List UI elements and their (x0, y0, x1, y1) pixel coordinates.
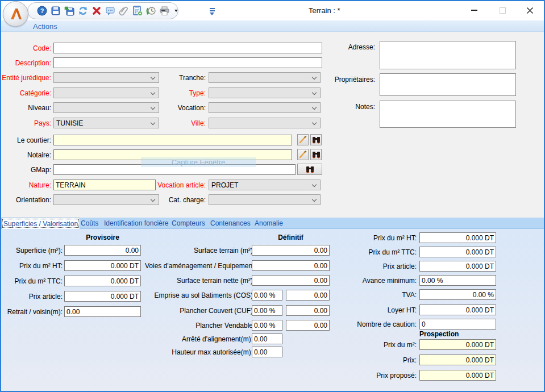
ville-combo[interactable] (209, 118, 321, 128)
gmap-input[interactable] (53, 164, 296, 175)
entite-combo[interactable] (53, 72, 159, 83)
notaire-label: Notaire: (1, 151, 51, 159)
prix-m2-ttc-input[interactable] (419, 247, 496, 257)
nombre-caution-input[interactable] (419, 319, 496, 330)
chevron-down-icon (312, 197, 317, 202)
vocation-label: Vocation: (149, 104, 206, 112)
prix-m2-ht-prov-input[interactable] (64, 260, 141, 271)
prosp-prix-m2-input[interactable] (419, 339, 496, 350)
tab-identification-fonciere[interactable]: Identification foncière (104, 218, 168, 229)
print-icon[interactable] (159, 5, 170, 17)
close-button[interactable] (521, 3, 539, 17)
comment-icon[interactable] (105, 5, 115, 17)
notaire-search-button[interactable] (310, 149, 322, 160)
tranche-combo[interactable] (209, 72, 321, 83)
prix-m2-ht-input[interactable] (419, 232, 496, 243)
notaire-input[interactable] (53, 149, 292, 160)
plancher-couvert-value-input[interactable] (286, 305, 330, 316)
tab-superficies-valorisation[interactable]: Superficies / Valorisation (1, 218, 80, 229)
refresh-icon[interactable] (78, 5, 89, 17)
niveau-combo[interactable] (53, 102, 159, 113)
cat-charge-combo[interactable] (209, 194, 321, 205)
avance-minimum-input[interactable] (419, 275, 496, 286)
retrait-voisin-input[interactable] (64, 306, 141, 317)
avance-minimum-label: Avance minimum: (341, 277, 417, 285)
surface-nette-input[interactable] (252, 275, 330, 286)
plancher-couvert-pct-input[interactable] (252, 305, 282, 316)
plancher-vendable-pct-input[interactable] (252, 320, 282, 331)
entite-label: Entité jurédique: (1, 74, 51, 82)
chevron-down-icon (312, 120, 317, 125)
calculator-add-icon[interactable] (132, 5, 143, 17)
notes-textarea[interactable] (380, 101, 516, 128)
toolbar-overflow-icon[interactable] (209, 8, 215, 17)
description-input[interactable] (53, 57, 322, 68)
minimize-button[interactable] (465, 3, 483, 17)
courtier-search-button[interactable] (310, 134, 322, 145)
prix-m2-ttc-prov-label: Prix du m² TTC: (1, 277, 63, 285)
print-menu-icon[interactable] (173, 5, 178, 17)
nature-input[interactable] (53, 180, 156, 190)
vocation-article-combo[interactable]: PROJET (209, 180, 321, 190)
tab-couts[interactable]: Coûts (81, 218, 98, 229)
adresse-textarea[interactable] (380, 41, 516, 69)
surface-terrain-input[interactable] (252, 245, 330, 256)
tva-input[interactable] (419, 289, 496, 300)
emprise-cos-pct-input[interactable] (252, 290, 282, 301)
loyer-ht-input[interactable] (419, 305, 496, 315)
chevron-down-icon (312, 90, 317, 95)
save-as-icon[interactable] (64, 5, 75, 17)
orientation-combo[interactable] (53, 194, 159, 205)
adresse-label: Adresse: (335, 43, 375, 51)
pencil-icon (299, 136, 307, 144)
hauteur-max-input[interactable] (252, 347, 282, 357)
terrain-window: ? (0, 0, 545, 392)
save-icon[interactable] (51, 5, 61, 17)
gmap-search-button[interactable] (297, 164, 322, 175)
pays-combo[interactable]: TUNISIE (53, 118, 159, 128)
vocation-combo[interactable] (209, 102, 321, 113)
app-logo-button[interactable] (3, 1, 28, 27)
menu-actions[interactable]: Actions (33, 22, 57, 31)
chevron-down-icon (312, 105, 317, 110)
prix-article-label: Prix article: (341, 262, 417, 270)
history-icon[interactable] (145, 5, 156, 17)
type-combo[interactable] (209, 87, 321, 98)
proprietaires-textarea[interactable] (380, 73, 516, 96)
emprise-cos-value-input[interactable] (286, 290, 330, 301)
code-input[interactable] (53, 43, 322, 53)
tab-contenances[interactable]: Contenances (210, 218, 251, 229)
voies-amenagement-label: Voies d'aménagement / Equipements (145, 262, 253, 270)
ville-label: Ville: (149, 119, 206, 127)
tab-compteurs[interactable]: Compteurs (172, 218, 205, 229)
attachment-icon[interactable] (118, 5, 129, 17)
prix-m2-ttc-prov-input[interactable] (64, 276, 141, 286)
chevron-down-icon (312, 75, 317, 80)
nature-label: Nature: (1, 181, 51, 189)
notaire-edit-button[interactable] (297, 149, 309, 160)
title-bar: ? (1, 1, 544, 20)
notes-label: Notes: (335, 103, 375, 111)
prix-article-input[interactable] (419, 261, 496, 272)
prix-propose-input[interactable] (419, 370, 496, 381)
help-icon[interactable]: ? (37, 5, 48, 17)
delete-icon[interactable] (91, 5, 102, 17)
prosp-prix-label: Prix: (341, 356, 417, 364)
retrait-voisin-label: Retrait / voisin(m): (1, 308, 63, 316)
voies-amenagement-input[interactable] (252, 260, 330, 271)
app-logo-icon (7, 6, 24, 23)
categorie-combo[interactable] (53, 87, 159, 98)
courtier-edit-button[interactable] (297, 134, 309, 145)
superficie-input[interactable] (64, 245, 141, 256)
plancher-vendable-value-input[interactable] (286, 320, 330, 331)
courtier-input[interactable] (53, 135, 292, 145)
description-label: Description: (1, 59, 51, 67)
tab-anomalie[interactable]: Anomalie (255, 218, 283, 229)
prix-propose-label: Prix proposé: (341, 372, 417, 380)
prix-article-prov-input[interactable] (64, 291, 141, 302)
chevron-down-icon (312, 182, 317, 187)
prosp-prix-input[interactable] (419, 355, 496, 365)
arrete-alignement-input[interactable] (252, 333, 282, 344)
surface-nette-label: Surface terrain nette (m²) (145, 277, 253, 285)
maximize-button[interactable] (493, 3, 511, 17)
